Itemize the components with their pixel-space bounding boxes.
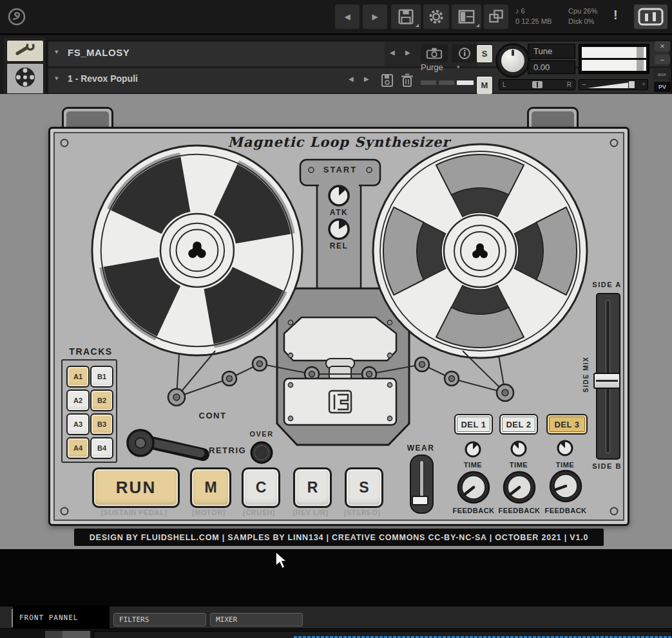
- tab-filters[interactable]: FILTERS: [113, 613, 206, 626]
- bank-prev-button[interactable]: ◀: [390, 49, 395, 56]
- atk-knob[interactable]: [329, 186, 349, 205]
- retrig-lever[interactable]: [128, 430, 203, 456]
- solo-button[interactable]: S: [476, 44, 493, 63]
- purge-menu[interactable]: Purge: [421, 62, 443, 72]
- panel-artwork: [50, 129, 628, 524]
- instrument-prev-button[interactable]: ◀: [349, 75, 354, 82]
- instrument-icon-button[interactable]: [6, 63, 44, 94]
- tape-reel-icon: [13, 65, 37, 92]
- mute-button[interactable]: M: [476, 76, 493, 95]
- bottom-block-dark: [45, 631, 62, 638]
- edit-mode-button[interactable]: [6, 40, 44, 62]
- del2-button[interactable]: DEL 2: [499, 414, 538, 435]
- track-b1-button[interactable]: B1: [90, 366, 113, 388]
- start-label: START: [300, 165, 380, 174]
- info-button[interactable]: [452, 44, 477, 62]
- track-a1-button[interactable]: A1: [66, 366, 90, 388]
- rel-knob[interactable]: [329, 220, 349, 239]
- run-sublabel: [SUSTAIN PEDAL]: [86, 509, 182, 516]
- tune-knob[interactable]: [497, 45, 528, 76]
- ni-logo-icon: [637, 7, 665, 26]
- warning-indicator[interactable]: !: [613, 8, 618, 23]
- save-button[interactable]: [391, 5, 421, 29]
- run-button[interactable]: RUN: [92, 467, 180, 508]
- nav-back-button[interactable]: ◀: [335, 5, 360, 29]
- track-a4-button[interactable]: A4: [66, 437, 90, 459]
- snapshot-camera-button[interactable]: [421, 44, 448, 62]
- reverse-button[interactable]: R: [293, 467, 332, 508]
- app-logo-button[interactable]: [4, 4, 30, 30]
- del1-button[interactable]: DEL 1: [454, 414, 493, 435]
- side-mix-label: SIDE MIX: [582, 352, 590, 397]
- close-instrument-button[interactable]: ✕: [655, 41, 670, 52]
- aux-button[interactable]: aux: [653, 69, 671, 79]
- reverse-sublabel: [REV L/R]: [285, 509, 336, 516]
- reel-left: [92, 145, 302, 355]
- rack-empty-area: [0, 549, 672, 605]
- settings-button[interactable]: [423, 5, 449, 29]
- crush-button[interactable]: C: [242, 467, 280, 508]
- instrument-next-button[interactable]: ▶: [364, 75, 369, 82]
- tab-front-panel[interactable]: FRONT PANNEL: [13, 606, 110, 628]
- keyboard-sliver[interactable]: [93, 631, 672, 638]
- rel-label: REL: [326, 241, 352, 250]
- retrig-label: RETRIG: [209, 446, 260, 455]
- float-window-button[interactable]: [484, 5, 508, 29]
- purge-dropdown-arrow[interactable]: ▾: [457, 64, 460, 70]
- volume-handle[interactable]: [628, 80, 635, 89]
- back-icon: ◀: [344, 12, 350, 21]
- del2-time-knob[interactable]: [512, 442, 526, 456]
- voices-stat: ♪ 6: [515, 6, 525, 16]
- kontakt-window: ◀ ▶ ♪ 6 0 1: [0, 0, 672, 638]
- wear-slider-handle[interactable]: [412, 496, 428, 505]
- motor-button[interactable]: M: [190, 467, 231, 508]
- nav-forward-button[interactable]: ▶: [363, 5, 387, 29]
- instrument-header: ▾ FS_MALOSY ◀ ▶ S ▾ 1 - Revox Populi ◀ ▶: [46, 40, 672, 95]
- del2-feedback-label: FEEDBACK: [494, 507, 545, 514]
- side-mix-handle[interactable]: [593, 373, 620, 389]
- track-b2-button[interactable]: B2: [90, 389, 113, 411]
- ni-logo-button[interactable]: [634, 5, 667, 29]
- track-b3-button[interactable]: B3: [90, 413, 113, 435]
- view-layout-button[interactable]: [452, 5, 481, 29]
- indicator-bar: [457, 80, 474, 85]
- indicator-bar: [421, 80, 436, 85]
- del3-time-knob[interactable]: [558, 441, 572, 455]
- instrument-collapse-arrow[interactable]: ▾: [55, 74, 59, 82]
- pan-slider[interactable]: L R: [499, 79, 575, 90]
- track-a3-button[interactable]: A3: [66, 413, 90, 435]
- panel-title: Magnetic Loop Synthesizer: [50, 134, 628, 150]
- minimize-instrument-button[interactable]: −: [655, 55, 670, 64]
- script-tab-bar: FRONT PANNEL FILTERS MIXER: [0, 605, 672, 628]
- wear-slider[interactable]: [410, 455, 434, 514]
- memory-value: 12.25 MB: [521, 17, 552, 25]
- volume-slider[interactable]: − +: [579, 79, 648, 90]
- motor-sublabel: [MOTOR]: [183, 509, 235, 516]
- volume-plus-label: +: [642, 80, 646, 88]
- track-b4-button[interactable]: B4: [90, 437, 113, 459]
- stereo-button[interactable]: S: [345, 467, 383, 508]
- note-icon: ♪: [515, 7, 519, 15]
- bottom-block-light: [62, 631, 90, 638]
- del3-button[interactable]: DEL 3: [546, 414, 588, 435]
- pan-handle[interactable]: [532, 81, 542, 88]
- del3-feedback-knob[interactable]: [550, 471, 581, 502]
- tune-label: Tune: [528, 44, 575, 59]
- track-a2-button[interactable]: A2: [66, 389, 90, 411]
- del1-time-knob[interactable]: [466, 442, 480, 456]
- instrument-name: 1 - Revox Populi: [68, 73, 138, 84]
- disk-label: Disk: [568, 17, 582, 25]
- bank-next-button[interactable]: ▶: [405, 49, 410, 56]
- volume-minus-label: −: [582, 80, 586, 88]
- level-meter-left: [582, 47, 646, 58]
- pan-handle-notch: [537, 82, 538, 88]
- performance-view-button[interactable]: PV: [654, 82, 671, 92]
- over-label: OVER: [245, 430, 278, 438]
- main-toolbar: ◀ ▶ ♪ 6 0 1: [0, 0, 672, 35]
- bank-collapse-arrow[interactable]: ▾: [55, 48, 59, 56]
- remove-instrument-button[interactable]: [399, 71, 416, 89]
- tab-mixer[interactable]: MIXER: [210, 613, 303, 626]
- del1-feedback-knob[interactable]: [458, 472, 489, 503]
- del2-feedback-knob[interactable]: [504, 472, 535, 503]
- save-instrument-button[interactable]: [379, 71, 395, 89]
